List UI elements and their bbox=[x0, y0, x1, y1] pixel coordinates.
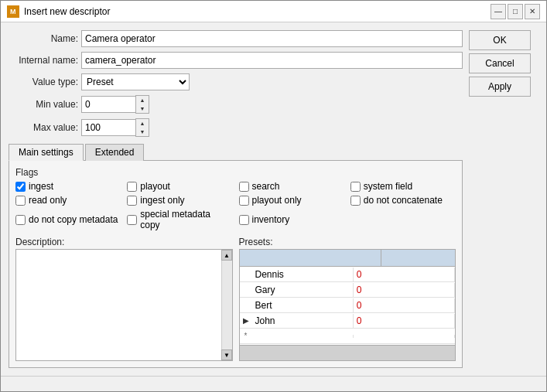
min-value-up-button[interactable]: ▲ bbox=[136, 96, 149, 104]
flag-playout: playout bbox=[127, 181, 232, 192]
flag-ingest-checkbox[interactable] bbox=[15, 182, 26, 192]
flags-section: Flags ingest playout bbox=[15, 167, 456, 230]
row-indicator-new: * bbox=[240, 332, 252, 340]
row-name-new[interactable] bbox=[252, 335, 354, 338]
flag-do-not-copy-metadata-label: do not copy metadata bbox=[29, 214, 118, 225]
min-value-spin-buttons: ▲ ▼ bbox=[135, 95, 149, 114]
close-button[interactable]: ✕ bbox=[525, 4, 540, 19]
cancel-button[interactable]: Cancel bbox=[469, 53, 531, 73]
description-panel: Description: ▲ ▼ bbox=[15, 237, 233, 361]
max-value-up-button[interactable]: ▲ bbox=[136, 119, 149, 128]
presets-footer bbox=[240, 345, 456, 360]
value-type-row: Value type: Preset String Integer Float bbox=[9, 73, 463, 90]
max-value-spinbox: ▲ ▼ bbox=[81, 118, 149, 137]
table-row[interactable]: Gary 0 bbox=[240, 282, 456, 298]
description-textarea[interactable] bbox=[16, 250, 221, 360]
row-value[interactable]: 0 bbox=[354, 298, 455, 312]
value-type-label: Value type: bbox=[9, 77, 78, 87]
row-name[interactable]: Dennis bbox=[252, 268, 354, 281]
flag-do-not-copy-metadata-checkbox[interactable] bbox=[15, 215, 26, 225]
window-icon: M bbox=[7, 5, 19, 18]
internal-name-label: Internal name: bbox=[9, 55, 78, 66]
table-row[interactable]: Dennis 0 bbox=[240, 267, 456, 282]
ok-button[interactable]: OK bbox=[469, 30, 531, 50]
flag-do-not-concatenate-label: do not concatenate bbox=[364, 195, 443, 206]
tab-main-settings[interactable]: Main settings bbox=[9, 144, 84, 161]
internal-name-input[interactable] bbox=[81, 52, 463, 69]
flag-ingest-only-label: ingest only bbox=[140, 195, 184, 206]
flag-special-metadata-copy: special metadata copy bbox=[127, 209, 232, 230]
flag-inventory-label: inventory bbox=[252, 214, 290, 225]
minimize-button[interactable]: — bbox=[491, 4, 506, 19]
window-title: Insert new descriptor bbox=[24, 6, 491, 17]
flag-ingest-only: ingest only bbox=[127, 195, 232, 206]
scroll-track bbox=[222, 261, 232, 349]
presets-header bbox=[240, 250, 456, 267]
value-type-select[interactable]: Preset String Integer Float bbox=[81, 73, 190, 90]
flag-system-field-label: system field bbox=[364, 181, 412, 192]
row-value[interactable]: 0 bbox=[354, 268, 455, 281]
maximize-button[interactable]: □ bbox=[508, 4, 523, 19]
min-value-label: Min value: bbox=[9, 99, 78, 110]
apply-button[interactable]: Apply bbox=[469, 77, 531, 97]
tab-content-main: Flags ingest playout bbox=[9, 161, 463, 368]
row-name[interactable]: Bert bbox=[252, 298, 354, 312]
description-scrollbar: ▲ ▼ bbox=[221, 250, 232, 360]
flag-ingest-only-checkbox[interactable] bbox=[127, 196, 137, 206]
row-value-new[interactable] bbox=[354, 335, 455, 338]
flag-ingest-label: ingest bbox=[29, 181, 53, 192]
flag-ingest: ingest bbox=[15, 181, 121, 192]
flag-playout-only-checkbox[interactable] bbox=[239, 196, 249, 206]
flag-playout-checkbox[interactable] bbox=[127, 182, 137, 192]
table-row-new[interactable]: * bbox=[240, 329, 456, 344]
flag-playout-only: playout only bbox=[239, 195, 344, 206]
table-row[interactable]: ▶ John 0 bbox=[240, 313, 456, 329]
flag-special-metadata-copy-checkbox[interactable] bbox=[127, 215, 137, 225]
row-name[interactable]: John bbox=[252, 314, 354, 328]
row-name[interactable]: Gary bbox=[252, 283, 354, 297]
max-value-spin-buttons: ▲ ▼ bbox=[135, 118, 149, 137]
dialog-content: Name: Internal name: Value type: Preset … bbox=[1, 22, 546, 376]
scroll-up-button[interactable]: ▲ bbox=[221, 250, 232, 261]
flag-do-not-concatenate-checkbox[interactable] bbox=[350, 196, 361, 206]
max-value-down-button[interactable]: ▼ bbox=[136, 128, 149, 136]
tab-row: Main settings Extended bbox=[9, 143, 463, 161]
flag-playout-label: playout bbox=[140, 181, 170, 192]
table-row[interactable]: Bert 0 bbox=[240, 298, 456, 313]
row-value[interactable]: 0 bbox=[354, 314, 455, 328]
max-value-row: Max value: ▲ ▼ bbox=[9, 118, 463, 137]
flags-grid: ingest playout search bbox=[15, 181, 456, 230]
presets-col-name bbox=[240, 250, 381, 266]
svg-text:M: M bbox=[10, 8, 16, 15]
name-row: Name: bbox=[9, 30, 463, 47]
min-value-input[interactable] bbox=[81, 96, 135, 113]
flag-search-label: search bbox=[252, 181, 280, 192]
flag-playout-only-label: playout only bbox=[252, 195, 302, 206]
presets-panel: Presets: Dennis bbox=[239, 237, 456, 361]
flag-inventory-checkbox[interactable] bbox=[239, 215, 249, 225]
status-bar bbox=[1, 376, 546, 391]
flag-do-not-copy-metadata: do not copy metadata bbox=[15, 209, 121, 230]
flag-read-only: read only bbox=[15, 195, 121, 206]
presets-label: Presets: bbox=[239, 237, 456, 247]
title-bar: M Insert new descriptor — □ ✕ bbox=[1, 1, 546, 22]
min-value-row: Min value: ▲ ▼ bbox=[9, 95, 463, 114]
flag-read-only-checkbox[interactable] bbox=[15, 196, 26, 206]
main-window: M Insert new descriptor — □ ✕ Name: Inte… bbox=[0, 0, 547, 392]
max-value-input[interactable] bbox=[81, 119, 135, 136]
flag-system-field-checkbox[interactable] bbox=[350, 182, 361, 192]
flag-inventory: inventory bbox=[239, 209, 344, 230]
name-input[interactable] bbox=[81, 30, 463, 47]
description-label: Description: bbox=[15, 237, 233, 247]
right-panel: OK Cancel Apply bbox=[469, 30, 538, 368]
row-value[interactable]: 0 bbox=[354, 283, 455, 297]
min-value-down-button[interactable]: ▼ bbox=[136, 104, 149, 113]
scroll-down-button[interactable]: ▼ bbox=[221, 349, 232, 360]
flags-title: Flags bbox=[15, 167, 456, 178]
presets-col-value bbox=[381, 250, 455, 266]
presets-table: Dennis 0 Gary 0 bbox=[239, 249, 456, 361]
min-value-spinbox: ▲ ▼ bbox=[81, 95, 149, 114]
flag-system-field: system field bbox=[350, 181, 456, 192]
flag-search-checkbox[interactable] bbox=[239, 182, 249, 192]
tab-extended[interactable]: Extended bbox=[85, 144, 145, 161]
